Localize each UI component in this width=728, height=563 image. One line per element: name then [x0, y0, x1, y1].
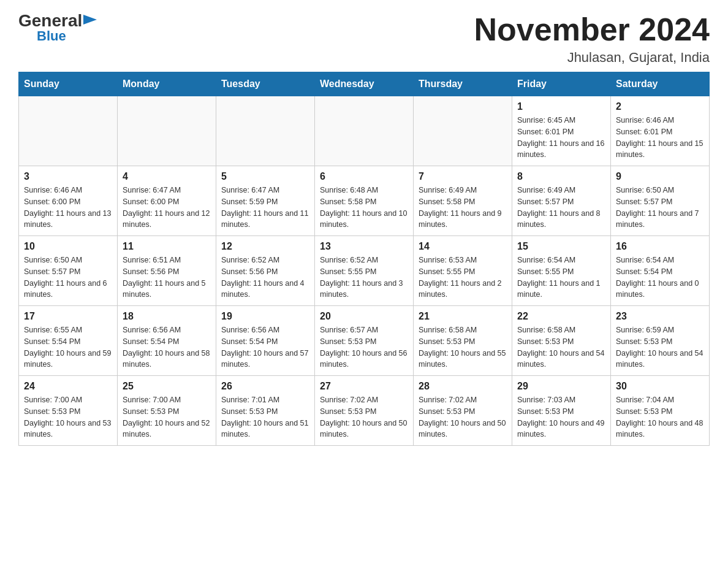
- calendar-cell: [118, 96, 216, 166]
- logo-triangle-icon: [83, 15, 97, 28]
- calendar-cell: [19, 96, 118, 166]
- logo: General Blue: [18, 12, 97, 43]
- day-info: Sunrise: 6:48 AM Sunset: 5:58 PM Dayligh…: [320, 185, 408, 231]
- calendar-cell: 4Sunrise: 6:47 AM Sunset: 6:00 PM Daylig…: [118, 166, 216, 236]
- day-info: Sunrise: 7:04 AM Sunset: 5:53 PM Dayligh…: [616, 394, 704, 440]
- week-row-4: 17Sunrise: 6:55 AM Sunset: 5:54 PM Dayli…: [19, 306, 710, 376]
- day-info: Sunrise: 7:01 AM Sunset: 5:53 PM Dayligh…: [221, 394, 309, 440]
- day-info: Sunrise: 6:45 AM Sunset: 6:01 PM Dayligh…: [517, 115, 605, 161]
- day-info: Sunrise: 6:47 AM Sunset: 6:00 PM Dayligh…: [123, 185, 211, 231]
- day-number: 11: [123, 241, 211, 252]
- day-info: Sunrise: 6:53 AM Sunset: 5:55 PM Dayligh…: [419, 255, 507, 301]
- day-number: 22: [517, 311, 605, 322]
- day-number: 8: [517, 171, 605, 182]
- calendar-cell: 18Sunrise: 6:56 AM Sunset: 5:54 PM Dayli…: [118, 306, 216, 376]
- day-info: Sunrise: 6:56 AM Sunset: 5:54 PM Dayligh…: [221, 324, 309, 370]
- day-number: 4: [123, 171, 211, 182]
- calendar-cell: 25Sunrise: 7:00 AM Sunset: 5:53 PM Dayli…: [118, 376, 216, 446]
- calendar-cell: 22Sunrise: 6:58 AM Sunset: 5:53 PM Dayli…: [512, 306, 611, 376]
- day-info: Sunrise: 6:58 AM Sunset: 5:53 PM Dayligh…: [419, 324, 507, 370]
- column-header-wednesday: Wednesday: [315, 72, 414, 96]
- column-header-thursday: Thursday: [414, 72, 512, 96]
- calendar-cell: 20Sunrise: 6:57 AM Sunset: 5:53 PM Dayli…: [315, 306, 414, 376]
- calendar-cell: 8Sunrise: 6:49 AM Sunset: 5:57 PM Daylig…: [512, 166, 611, 236]
- calendar-cell: 16Sunrise: 6:54 AM Sunset: 5:54 PM Dayli…: [611, 236, 710, 306]
- week-row-5: 24Sunrise: 7:00 AM Sunset: 5:53 PM Dayli…: [19, 376, 710, 446]
- calendar-cell: 6Sunrise: 6:48 AM Sunset: 5:58 PM Daylig…: [315, 166, 414, 236]
- calendar-table: SundayMondayTuesdayWednesdayThursdayFrid…: [18, 72, 710, 446]
- day-info: Sunrise: 6:46 AM Sunset: 6:01 PM Dayligh…: [616, 115, 704, 161]
- day-number: 30: [616, 381, 704, 392]
- day-number: 7: [419, 171, 507, 182]
- day-number: 23: [616, 311, 704, 322]
- day-info: Sunrise: 6:56 AM Sunset: 5:54 PM Dayligh…: [123, 324, 211, 370]
- column-header-saturday: Saturday: [611, 72, 710, 96]
- day-info: Sunrise: 7:00 AM Sunset: 5:53 PM Dayligh…: [24, 394, 112, 440]
- day-info: Sunrise: 7:02 AM Sunset: 5:53 PM Dayligh…: [419, 394, 507, 440]
- day-info: Sunrise: 6:55 AM Sunset: 5:54 PM Dayligh…: [24, 324, 112, 370]
- calendar-cell: 13Sunrise: 6:52 AM Sunset: 5:55 PM Dayli…: [315, 236, 414, 306]
- day-info: Sunrise: 6:47 AM Sunset: 5:59 PM Dayligh…: [221, 185, 309, 231]
- day-number: 21: [419, 311, 507, 322]
- day-number: 2: [616, 101, 704, 112]
- day-number: 9: [616, 171, 704, 182]
- calendar-cell: 12Sunrise: 6:52 AM Sunset: 5:56 PM Dayli…: [216, 236, 315, 306]
- day-info: Sunrise: 6:58 AM Sunset: 5:53 PM Dayligh…: [517, 324, 605, 370]
- calendar-cell: 28Sunrise: 7:02 AM Sunset: 5:53 PM Dayli…: [414, 376, 512, 446]
- calendar-cell: 7Sunrise: 6:49 AM Sunset: 5:58 PM Daylig…: [414, 166, 512, 236]
- day-number: 28: [419, 381, 507, 392]
- day-number: 12: [221, 241, 309, 252]
- logo-blue-text: Blue: [37, 29, 66, 43]
- location-title: Jhulasan, Gujarat, India: [474, 50, 710, 66]
- day-number: 14: [419, 241, 507, 252]
- calendar-cell: 9Sunrise: 6:50 AM Sunset: 5:57 PM Daylig…: [611, 166, 710, 236]
- calendar-cell: 23Sunrise: 6:59 AM Sunset: 5:53 PM Dayli…: [611, 306, 710, 376]
- day-info: Sunrise: 6:49 AM Sunset: 5:57 PM Dayligh…: [517, 185, 605, 231]
- day-number: 24: [24, 381, 112, 392]
- day-number: 5: [221, 171, 309, 182]
- day-info: Sunrise: 6:59 AM Sunset: 5:53 PM Dayligh…: [616, 324, 704, 370]
- column-header-monday: Monday: [118, 72, 216, 96]
- page-header: General Blue November 2024 Jhulasan, Guj…: [18, 12, 710, 66]
- calendar-cell: [216, 96, 315, 166]
- day-number: 25: [123, 381, 211, 392]
- calendar-cell: 10Sunrise: 6:50 AM Sunset: 5:57 PM Dayli…: [19, 236, 118, 306]
- day-number: 15: [517, 241, 605, 252]
- svg-marker-0: [83, 15, 97, 25]
- day-info: Sunrise: 6:52 AM Sunset: 5:56 PM Dayligh…: [221, 255, 309, 301]
- calendar-cell: 1Sunrise: 6:45 AM Sunset: 6:01 PM Daylig…: [512, 96, 611, 166]
- calendar-cell: 3Sunrise: 6:46 AM Sunset: 6:00 PM Daylig…: [19, 166, 118, 236]
- calendar-cell: 15Sunrise: 6:54 AM Sunset: 5:55 PM Dayli…: [512, 236, 611, 306]
- day-number: 17: [24, 311, 112, 322]
- day-info: Sunrise: 6:49 AM Sunset: 5:58 PM Dayligh…: [419, 185, 507, 231]
- calendar-cell: 11Sunrise: 6:51 AM Sunset: 5:56 PM Dayli…: [118, 236, 216, 306]
- day-number: 26: [221, 381, 309, 392]
- day-info: Sunrise: 6:54 AM Sunset: 5:54 PM Dayligh…: [616, 255, 704, 301]
- day-number: 20: [320, 311, 408, 322]
- day-number: 6: [320, 171, 408, 182]
- calendar-cell: 21Sunrise: 6:58 AM Sunset: 5:53 PM Dayli…: [414, 306, 512, 376]
- title-block: November 2024 Jhulasan, Gujarat, India: [474, 12, 710, 66]
- day-number: 19: [221, 311, 309, 322]
- day-info: Sunrise: 6:54 AM Sunset: 5:55 PM Dayligh…: [517, 255, 605, 301]
- calendar-header-row: SundayMondayTuesdayWednesdayThursdayFrid…: [19, 72, 710, 96]
- calendar-cell: 26Sunrise: 7:01 AM Sunset: 5:53 PM Dayli…: [216, 376, 315, 446]
- day-info: Sunrise: 6:50 AM Sunset: 5:57 PM Dayligh…: [616, 185, 704, 231]
- calendar-cell: 2Sunrise: 6:46 AM Sunset: 6:01 PM Daylig…: [611, 96, 710, 166]
- week-row-1: 1Sunrise: 6:45 AM Sunset: 6:01 PM Daylig…: [19, 96, 710, 166]
- day-number: 10: [24, 241, 112, 252]
- calendar-cell: 14Sunrise: 6:53 AM Sunset: 5:55 PM Dayli…: [414, 236, 512, 306]
- calendar-cell: 17Sunrise: 6:55 AM Sunset: 5:54 PM Dayli…: [19, 306, 118, 376]
- week-row-3: 10Sunrise: 6:50 AM Sunset: 5:57 PM Dayli…: [19, 236, 710, 306]
- day-info: Sunrise: 6:51 AM Sunset: 5:56 PM Dayligh…: [123, 255, 211, 301]
- calendar-cell: [315, 96, 414, 166]
- calendar-cell: [414, 96, 512, 166]
- logo-general-text: General: [18, 12, 82, 29]
- column-header-tuesday: Tuesday: [216, 72, 315, 96]
- day-number: 1: [517, 101, 605, 112]
- day-info: Sunrise: 6:50 AM Sunset: 5:57 PM Dayligh…: [24, 255, 112, 301]
- day-number: 18: [123, 311, 211, 322]
- calendar-cell: 5Sunrise: 6:47 AM Sunset: 5:59 PM Daylig…: [216, 166, 315, 236]
- day-info: Sunrise: 7:00 AM Sunset: 5:53 PM Dayligh…: [123, 394, 211, 440]
- week-row-2: 3Sunrise: 6:46 AM Sunset: 6:00 PM Daylig…: [19, 166, 710, 236]
